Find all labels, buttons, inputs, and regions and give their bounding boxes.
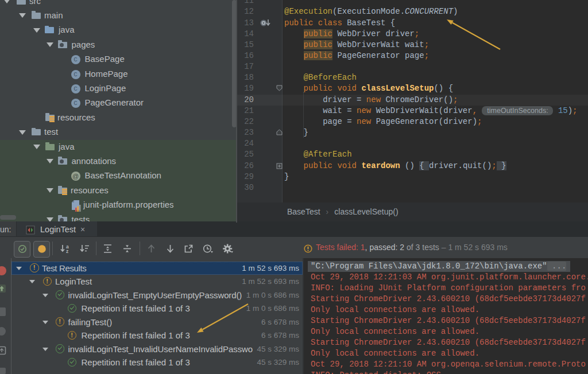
svg-text:z: z — [66, 248, 68, 254]
